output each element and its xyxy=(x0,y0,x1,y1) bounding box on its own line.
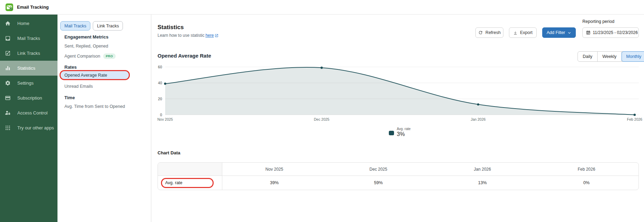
menu-item-label: Agent Comparison xyxy=(64,54,100,59)
menu-item-avg-time-sent-to-opened[interactable]: Avg. Time from Sent to Opened xyxy=(64,104,125,109)
chevron-down-icon xyxy=(567,31,571,35)
sidebar-item-other-apps[interactable]: Try our other apps xyxy=(0,120,57,135)
add-filter-label: Add Filter xyxy=(547,30,565,35)
table-header-empty-cell xyxy=(158,163,222,176)
sidebar-item-access-control[interactable]: Access Control xyxy=(0,105,57,120)
chart-title: Opened Average Rate xyxy=(158,53,211,59)
page-title: Statistics xyxy=(158,24,184,31)
sidebar-item-subscription[interactable]: Subscription xyxy=(0,91,57,105)
home-icon xyxy=(5,20,11,26)
statistics-icon xyxy=(5,65,11,71)
reporting-period-label: Reporting period xyxy=(582,19,614,24)
menu-item-sent-replied-opened[interactable]: Sent, Replied, Opened xyxy=(64,44,108,49)
table-row: Avg. rate 39% 59% 13% 0% xyxy=(158,176,638,190)
x-tick-label: Feb 2026 xyxy=(627,117,643,121)
learn-how-text: Learn how to use statistic here xyxy=(158,33,218,38)
y-tick-label: 20 xyxy=(158,97,162,101)
table-value-cell: 13% xyxy=(430,176,535,190)
table-header-row: Nov 2025 Dec 2025 Jan 2026 Feb 2026 xyxy=(158,163,638,176)
mail-tracks-icon xyxy=(5,35,11,41)
statistics-menu-panel: Mail Tracks Link Tracks Engagement Metri… xyxy=(57,15,151,222)
link-tracks-icon xyxy=(5,50,11,56)
table-row-label-cell: Avg. rate xyxy=(158,176,222,190)
user-lock-icon xyxy=(5,110,11,116)
date-range-value: 11/23/2025 - 02/23/2026 xyxy=(593,30,638,35)
chart-data-table: Nov 2025 Dec 2025 Jan 2026 Feb 2026 Avg.… xyxy=(158,162,639,190)
menu-item-opened-average-rate annotation-red-ring[interactable]: Opened Average Rate xyxy=(60,70,130,80)
menu-item-agent-comparison[interactable]: Agent ComparisonPRO xyxy=(64,53,116,59)
sidebar-item-link-tracks[interactable]: Link Tracks xyxy=(0,46,57,61)
menu-item-unread-emails[interactable]: Unread Emails xyxy=(64,84,93,89)
chart-data-title: Chart Data xyxy=(158,150,180,155)
section-title-rates: Rates xyxy=(64,65,77,70)
sidebar-item-label: Link Tracks xyxy=(17,51,40,56)
credit-card-icon xyxy=(5,95,11,101)
learn-prefix: Learn how to use statistic xyxy=(158,33,204,38)
y-tick-label: 0 xyxy=(160,113,162,117)
legend-series-value: 3% xyxy=(397,131,411,137)
pro-badge: PRO xyxy=(103,53,116,59)
x-tick-label: Dec 2025 xyxy=(314,117,330,121)
data-point xyxy=(477,103,479,105)
data-point xyxy=(634,114,636,116)
data-point xyxy=(321,67,323,69)
area-fill xyxy=(165,67,635,115)
refresh-label: Refresh xyxy=(485,30,501,35)
sidebar-item-label: Access Control xyxy=(17,110,47,116)
sidebar-item-label: Try our other apps xyxy=(17,125,54,130)
data-point xyxy=(164,83,166,85)
table-header-cell: Dec 2025 xyxy=(327,163,431,176)
sidebar-item-settings[interactable]: Settings xyxy=(0,76,57,91)
app-title: Email Tracking xyxy=(17,5,49,10)
top-header: Email Tracking xyxy=(0,0,644,15)
table-value-cell: 0% xyxy=(535,176,639,190)
x-tick-label: Nov 2025 xyxy=(158,117,173,121)
gear-icon xyxy=(5,80,11,86)
table-header-cell: Feb 2026 xyxy=(535,163,639,176)
menu-item-label: Opened Average Rate xyxy=(64,73,107,78)
learn-more-link[interactable]: here xyxy=(205,33,214,38)
date-range-field[interactable]: 11/23/2025 - 02/23/2026 xyxy=(582,27,639,38)
avg-rate-label-text: Avg. rate xyxy=(165,180,182,185)
sidebar-item-statistics[interactable]: Statistics xyxy=(0,61,57,76)
export-label: Export xyxy=(520,30,533,35)
main-content: Statistics Learn how to use statistic he… xyxy=(151,15,644,222)
tab-link-tracks[interactable]: Link Tracks xyxy=(93,21,123,31)
sidebar-item-mail-tracks[interactable]: Mail Tracks xyxy=(0,31,57,46)
avg-rate-label annotation-red-ring: Avg. rate xyxy=(161,178,214,188)
legend-swatch xyxy=(389,131,394,135)
sidebar-item-label: Mail Tracks xyxy=(17,36,40,41)
sidebar-item-label: Statistics xyxy=(17,66,35,71)
refresh-button[interactable]: Refresh xyxy=(475,27,503,38)
opened-average-rate-chart: 0204060Nov 2025Dec 2025Jan 2026Feb 2026 xyxy=(151,63,644,124)
section-title-engagement-metrics: Engagement Metrics xyxy=(64,34,108,40)
table-value-cell: 39% xyxy=(222,176,327,190)
external-link-icon xyxy=(215,34,218,37)
panel-tabs: Mail Tracks Link Tracks xyxy=(60,21,123,31)
legend-series-name: Avg. rate xyxy=(397,127,411,131)
calendar-icon xyxy=(586,30,591,35)
table-header-cell: Jan 2026 xyxy=(430,163,535,176)
x-tick-label: Jan 2026 xyxy=(471,117,485,121)
table-header-cell: Nov 2025 xyxy=(222,163,327,176)
y-tick-label: 40 xyxy=(158,81,162,85)
sidebar: Home Mail Tracks Link Tracks Statistics … xyxy=(0,15,57,222)
chart-legend[interactable]: Avg. rate 3% xyxy=(389,127,411,137)
sidebar-item-label: Subscription xyxy=(17,95,42,101)
apps-grid-icon xyxy=(5,125,11,131)
export-button[interactable]: Export xyxy=(509,27,537,38)
table-value-cell: 59% xyxy=(327,176,431,190)
sidebar-item-label: Settings xyxy=(17,80,34,86)
section-title-time: Time xyxy=(64,95,75,100)
range-toggle-group: Daily Weekly Monthly xyxy=(578,51,644,62)
sidebar-item-home[interactable]: Home xyxy=(0,16,57,31)
range-daily-button[interactable]: Daily xyxy=(578,52,597,61)
range-monthly-button[interactable]: Monthly xyxy=(621,51,644,62)
app-logo-icon xyxy=(6,3,13,11)
add-filter-button[interactable]: Add Filter xyxy=(542,27,576,38)
sidebar-item-label: Home xyxy=(17,21,29,26)
range-weekly-button[interactable]: Weekly xyxy=(597,52,622,61)
download-icon xyxy=(513,31,518,35)
tab-mail-tracks[interactable]: Mail Tracks xyxy=(60,21,90,31)
y-tick-label: 60 xyxy=(158,65,162,69)
